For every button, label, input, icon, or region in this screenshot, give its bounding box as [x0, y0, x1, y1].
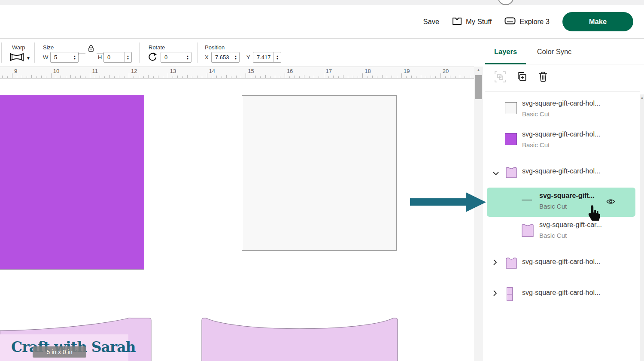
chevron-down-icon[interactable] [493, 170, 499, 177]
ruler-tick [435, 76, 436, 78]
ruler-tick [17, 76, 17, 78]
ruler-number: 11 [92, 68, 98, 74]
y-value: 7.417 [253, 52, 273, 62]
canvas-scrollbar-thumb[interactable] [475, 75, 482, 99]
ruler-tick [377, 76, 377, 78]
layer-type: Basic Cut [522, 141, 550, 149]
ruler-tick [406, 76, 407, 78]
divider [34, 42, 35, 63]
ruler-tick [100, 76, 100, 78]
ruler-tick [114, 76, 115, 78]
ruler-tick [362, 73, 363, 78]
my-stuff-button[interactable]: My Stuff [452, 16, 492, 27]
duplicate-button[interactable] [516, 71, 527, 84]
size-label: Size [43, 44, 54, 51]
rotate-label: Rotate [149, 44, 165, 51]
ruler-tick [251, 76, 251, 78]
layer-row[interactable]: svg-square-gift-card-hol... [485, 254, 640, 271]
layer-type: Basic Cut [522, 110, 550, 118]
rotate-icon[interactable] [148, 52, 157, 64]
tab-layers[interactable]: Layers [485, 39, 526, 64]
ruler-tick [411, 76, 412, 78]
save-button[interactable]: Save [423, 18, 439, 26]
layer-thumbnail [504, 132, 517, 148]
ruler-tick [285, 73, 285, 78]
y-stepper[interactable]: ▲▼ [273, 52, 281, 62]
panel-tabs: Layers Color Sync [485, 39, 644, 64]
ruler-tick [163, 76, 163, 78]
ruler-tick [80, 76, 81, 78]
ruler-tick [324, 73, 324, 78]
ruler-tick [397, 76, 397, 78]
machine-icon [504, 17, 516, 26]
make-button[interactable]: Make [562, 12, 633, 31]
y-input[interactable]: 7.417 ▲▼ [253, 52, 281, 63]
rotate-stepper[interactable]: ▲▼ [184, 52, 191, 62]
ruler-tick [280, 76, 280, 78]
save-label: Save [423, 18, 439, 26]
chevron-right-icon[interactable] [493, 290, 497, 298]
layer-row[interactable]: svg-square-gift-card-hol... [485, 163, 640, 180]
chevron-down-icon: ▼ [26, 56, 30, 61]
avatar[interactable] [498, 0, 514, 5]
chevron-right-icon[interactable] [493, 259, 497, 267]
height-label: H [98, 54, 102, 61]
ruler-tick [216, 76, 217, 78]
width-input[interactable]: 5 ▲▼ [50, 52, 79, 63]
ruler-tick [431, 76, 431, 78]
ruler-tick [22, 76, 22, 78]
layer-row[interactable]: svg-square-gift...Basic Cut [485, 188, 640, 217]
layer-actions [485, 68, 644, 87]
ruler-tick [358, 76, 358, 78]
machine-select-button[interactable]: Explore 3 [504, 17, 550, 26]
ruler-tick [382, 75, 383, 78]
ruler-tick [368, 76, 368, 78]
width-stepper[interactable]: ▲▼ [71, 52, 78, 62]
tab-color-sync[interactable]: Color Sync [526, 39, 583, 64]
ruler-tick [328, 76, 329, 78]
canvas-shape-light-square[interactable] [242, 95, 397, 251]
ruler-tick [353, 76, 353, 78]
canvas-scrollbar[interactable]: ▲ [474, 67, 483, 361]
ruler-tick [401, 73, 402, 78]
my-stuff-label: My Stuff [466, 18, 492, 26]
panel-scrollbar[interactable]: ▲ [640, 94, 644, 361]
x-stepper[interactable]: ▲▼ [232, 52, 239, 62]
divider [197, 42, 198, 63]
ruler-tick [177, 76, 178, 78]
ruler-tick [333, 76, 334, 78]
layer-type: Basic Cut [539, 232, 567, 239]
height-stepper[interactable]: ▲▼ [124, 52, 131, 62]
ruler-tick [236, 76, 237, 78]
layer-row[interactable]: svg-square-gift-car...Basic Cut [485, 220, 640, 246]
design-canvas[interactable]: Craft with Sarah 5 in x 0 in [0, 79, 474, 361]
canvas-shape-purple-square[interactable] [0, 95, 144, 270]
ruler-tick [348, 76, 348, 78]
ruler-tick [455, 76, 456, 78]
layer-row[interactable]: svg-square-gift-card-hol...Basic Cut [485, 99, 640, 124]
ruler-number: 15 [248, 68, 254, 74]
canvas-shape-card-holder-middle[interactable] [201, 316, 398, 361]
height-input[interactable]: 0 ▲▼ [103, 52, 132, 63]
divider [485, 91, 640, 92]
header: Save My Stuff Explore 3 Make [0, 5, 644, 39]
group-button[interactable] [495, 71, 506, 84]
warp-dropdown[interactable]: ▼ [9, 52, 30, 64]
ruler-tick [343, 75, 343, 78]
rotate-value: 0 [161, 52, 184, 62]
scroll-up-icon[interactable]: ▲ [474, 68, 483, 72]
ruler-number: 20 [443, 68, 449, 74]
rotate-input[interactable]: 0 ▲▼ [161, 52, 191, 63]
layer-row[interactable]: svg-square-gift-card-hol...Basic Cut [485, 130, 640, 155]
ruler-tick [338, 76, 339, 78]
ruler-tick [295, 76, 295, 78]
ruler-tick [56, 76, 56, 78]
layer-row[interactable]: svg-square-gift-card-hol... [485, 285, 640, 302]
x-input[interactable]: 7.653 ▲▼ [211, 52, 240, 63]
eye-icon[interactable] [606, 198, 615, 206]
machine-label: Explore 3 [519, 18, 550, 26]
edit-toolbar: Warp ▼ Size W 5 ▲▼ H 0 ▲▼ Rotate 0 ▲▼ Po… [0, 39, 485, 67]
selected-layer-highlight[interactable]: svg-square-gift...Basic Cut [487, 188, 635, 217]
ruler-tick [36, 76, 37, 78]
delete-button[interactable] [538, 71, 548, 84]
